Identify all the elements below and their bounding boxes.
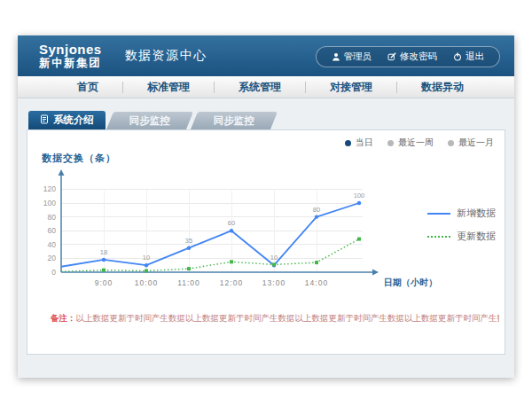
data-point-label: 10 xyxy=(143,254,150,262)
nav-item-1[interactable]: 标准管理 xyxy=(123,82,215,93)
data-point-marker xyxy=(187,246,191,250)
x-tick-label: 10:00 xyxy=(135,278,158,287)
data-point-marker xyxy=(357,238,361,241)
main-nav: 首页标准管理系统管理对接管理数据异动 xyxy=(18,76,514,98)
user-menu-button[interactable]: 管理员 xyxy=(324,51,380,63)
user-label: 管理员 xyxy=(344,51,372,63)
tab-1[interactable]: 同步监控 xyxy=(106,112,193,129)
data-point-label: 80 xyxy=(313,206,320,214)
footnote: 备注：以上数据更新于时间产生数据以上数据更新于时间产生数据以上数据更新于时间产生… xyxy=(51,313,499,325)
tab-label: 同步监控 xyxy=(129,114,170,128)
tab-label: 系统介绍 xyxy=(53,113,94,127)
radio-dot-icon xyxy=(387,140,394,146)
footnote-text: 以上数据更新于时间产生数据以上数据更新于时间产生数据以上数据更新于时间产生数据以… xyxy=(76,313,500,323)
data-point-label: 35 xyxy=(185,237,192,245)
x-tick-label: 11:00 xyxy=(177,278,200,287)
y-axis-arrow-icon xyxy=(59,169,65,176)
data-point-marker xyxy=(145,263,148,267)
data-point-marker xyxy=(315,215,318,218)
user-icon xyxy=(332,52,340,61)
content-area: 系统介绍同步监控同步监控 当日最近一周最近一月 数据交换（条） 02040608… xyxy=(18,98,514,355)
range-option-2[interactable]: 最近一月 xyxy=(448,137,494,149)
data-point-marker xyxy=(230,260,233,263)
range-filter: 当日最近一周最近一月 xyxy=(345,137,494,149)
x-axis-arrow-icon xyxy=(372,270,379,276)
line-chart: 0204060801001209:0010:0011:0012:0013:001… xyxy=(35,168,442,305)
y-tick-label: 120 xyxy=(43,184,56,193)
footnote-label: 备注： xyxy=(51,313,76,323)
range-option-label: 当日 xyxy=(356,137,373,149)
y-tick-label: 20 xyxy=(48,254,57,262)
y-tick-label: 40 xyxy=(48,240,57,249)
legend-line-icon xyxy=(427,213,450,215)
tab-0[interactable]: 系统介绍 xyxy=(28,111,106,129)
data-point-marker xyxy=(102,258,106,262)
x-tick-label: 9:00 xyxy=(95,278,113,287)
data-point-marker xyxy=(315,261,318,264)
y-tick-label: 0 xyxy=(51,268,56,277)
edit-icon xyxy=(387,52,396,61)
data-point-label: 100 xyxy=(354,192,365,200)
change-password-button[interactable]: 修改密码 xyxy=(379,51,445,63)
data-point-marker xyxy=(230,229,233,232)
radio-dot-icon xyxy=(345,140,351,146)
y-tick-label: 100 xyxy=(43,199,56,207)
document-icon xyxy=(40,114,49,126)
data-point-label: 10 xyxy=(270,254,278,262)
legend-label: 新增数据 xyxy=(457,207,496,220)
nav-item-4[interactable]: 数据异动 xyxy=(397,82,488,93)
data-point-label: 60 xyxy=(228,219,235,227)
x-tick-label: 14:00 xyxy=(305,278,328,287)
legend-item-1: 更新数据 xyxy=(427,230,496,243)
logout-label: 退出 xyxy=(466,51,484,63)
radio-dot-icon xyxy=(448,140,454,146)
y-tick-label: 80 xyxy=(48,213,57,222)
app-title: 数据资源中心 xyxy=(125,48,207,64)
user-toolbar: 管理员 修改密码 退出 xyxy=(316,46,501,67)
chart-legend: 新增数据更新数据 xyxy=(427,207,496,253)
x-tick-label: 12:00 xyxy=(220,278,243,287)
range-option-0[interactable]: 当日 xyxy=(345,137,373,149)
nav-item-2[interactable]: 系统管理 xyxy=(215,82,306,93)
change-password-label: 修改密码 xyxy=(400,51,437,63)
legend-line-icon xyxy=(427,236,450,238)
app-window: Synjones 新中新集团 数据资源中心 管理员 修改密码 退出 首页标准管理… xyxy=(18,35,514,378)
legend-label: 更新数据 xyxy=(457,230,496,243)
range-option-label: 最近一周 xyxy=(398,137,434,149)
y-axis-title: 数据交换（条） xyxy=(42,152,116,165)
brand-logo: Synjones 新中新集团 xyxy=(39,42,102,70)
data-point-marker xyxy=(357,201,361,205)
app-header: Synjones 新中新集团 数据资源中心 管理员 修改密码 退出 xyxy=(18,35,514,76)
data-point-label: 18 xyxy=(100,248,107,256)
legend-item-0: 新增数据 xyxy=(427,207,496,220)
x-tick-label: 13:00 xyxy=(262,278,286,287)
data-point-marker xyxy=(145,269,148,272)
range-option-label: 最近一月 xyxy=(458,137,494,149)
range-option-1[interactable]: 最近一周 xyxy=(387,137,434,149)
tab-label: 同步监控 xyxy=(214,114,254,128)
nav-item-0[interactable]: 首页 xyxy=(53,82,123,93)
data-point-marker xyxy=(102,269,106,272)
power-icon xyxy=(453,52,462,61)
brand-logo-text: Synjones xyxy=(39,42,102,57)
tab-2[interactable]: 同步监控 xyxy=(191,112,278,129)
y-tick-label: 60 xyxy=(48,226,57,235)
logout-button[interactable]: 退出 xyxy=(445,51,492,63)
data-point-marker xyxy=(187,267,191,270)
data-point-marker xyxy=(272,262,276,266)
nav-item-3[interactable]: 对接管理 xyxy=(306,82,397,93)
brand-logo-subtext: 新中新集团 xyxy=(39,57,102,69)
tab-bar: 系统介绍同步监控同步监控 xyxy=(28,111,514,129)
x-axis-title: 日期（小时） xyxy=(384,278,437,287)
chart-panel: 当日最近一周最近一月 数据交换（条） 0204060801001209:0010… xyxy=(27,129,505,355)
